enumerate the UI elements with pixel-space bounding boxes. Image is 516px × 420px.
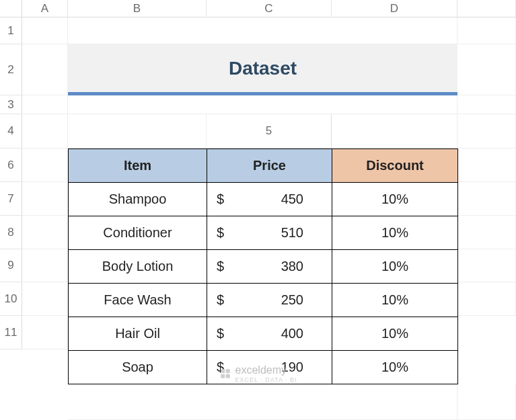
cell-rest-3 <box>457 95 516 114</box>
col-header-C[interactable]: C <box>207 0 332 17</box>
cell-price[interactable]: $510 <box>207 216 332 250</box>
amount: 190 <box>281 360 322 375</box>
row-header-10[interactable]: 10 <box>0 282 22 316</box>
currency: $ <box>217 360 224 375</box>
cell-item[interactable]: Hair Oil <box>69 317 207 351</box>
cell-rest-4 <box>68 114 207 149</box>
cell-B3-D3[interactable] <box>68 95 457 114</box>
cell-rest-7 <box>457 182 516 216</box>
cell-rest-9 <box>457 249 516 282</box>
table-row[interactable]: Shampoo $450 10% <box>69 183 458 216</box>
row-header-1[interactable]: 1 <box>0 17 22 44</box>
table-row[interactable]: Conditioner $510 10% <box>69 216 458 250</box>
cell-price[interactable]: $400 <box>207 317 332 351</box>
cell-B1-D1[interactable] <box>68 17 457 44</box>
amount: 380 <box>281 259 322 274</box>
row-header-6[interactable]: 6 <box>0 149 22 182</box>
col-header-B[interactable]: B <box>68 0 207 17</box>
cell-A7[interactable] <box>22 182 68 216</box>
cell-discount[interactable]: 10% <box>332 216 458 250</box>
cell-item[interactable]: Body Lotion <box>69 250 207 284</box>
cell-discount[interactable]: 10% <box>332 250 458 284</box>
cell-A11[interactable] <box>22 316 68 349</box>
cell-A6[interactable] <box>22 149 68 182</box>
cell-discount[interactable]: 10% <box>332 183 458 216</box>
header-discount[interactable]: Discount <box>332 149 458 183</box>
cell-rest-2 <box>457 44 516 95</box>
table-header-row: Item Price Discount <box>69 149 458 183</box>
cell-discount[interactable]: 10% <box>332 351 458 384</box>
currency: $ <box>217 192 224 207</box>
table-row[interactable]: Face Wash $250 10% <box>69 284 458 317</box>
cell-discount[interactable]: 10% <box>332 284 458 317</box>
row-header-3[interactable]: 3 <box>0 95 22 114</box>
cell-rest-8 <box>457 216 516 249</box>
row-header-5[interactable]: 5 <box>207 114 332 149</box>
cell-price[interactable]: $450 <box>207 183 332 216</box>
spreadsheet-grid[interactable]: A B C D 1 2 Dataset 3 4 Item Price Disco… <box>0 0 516 420</box>
cell-item[interactable]: Shampoo <box>69 183 207 216</box>
data-table[interactable]: Item Price Discount Shampoo $450 10% Con… <box>68 149 458 384</box>
row-header-8[interactable]: 8 <box>0 216 22 249</box>
amount: 450 <box>281 192 322 207</box>
cell-B11-D11[interactable] <box>68 383 457 420</box>
row-header-7[interactable]: 7 <box>0 182 22 216</box>
cell-rest-5 <box>457 114 516 149</box>
cell-item[interactable]: Conditioner <box>69 216 207 250</box>
dataset-title: Dataset <box>68 44 457 95</box>
data-table-region: Item Price Discount Shampoo $450 10% Con… <box>68 149 457 383</box>
select-all-corner[interactable] <box>0 0 22 17</box>
cell-rest-10 <box>457 282 516 316</box>
cell-A10[interactable] <box>22 282 68 316</box>
currency: $ <box>217 225 224 241</box>
table-row[interactable]: Soap $190 10% <box>69 351 458 384</box>
table-row[interactable]: Hair Oil $400 10% <box>69 317 458 351</box>
cell-A5[interactable] <box>332 114 457 149</box>
cell-price[interactable]: $250 <box>207 284 332 317</box>
cell-price[interactable]: $380 <box>207 250 332 284</box>
currency: $ <box>217 292 224 308</box>
cell-rest-1 <box>457 17 516 44</box>
cell-item[interactable]: Soap <box>69 351 207 384</box>
table-body: Shampoo $450 10% Conditioner $510 10% Bo… <box>69 183 458 384</box>
row-header-11[interactable]: 11 <box>0 316 22 349</box>
col-header-rest <box>457 0 516 17</box>
row-header-9[interactable]: 9 <box>0 249 22 282</box>
header-item[interactable]: Item <box>69 149 207 183</box>
currency: $ <box>217 326 224 341</box>
cell-A8[interactable] <box>22 216 68 249</box>
col-header-A[interactable]: A <box>22 0 68 17</box>
amount: 250 <box>281 292 322 308</box>
cell-discount[interactable]: 10% <box>332 317 458 351</box>
cell-A1[interactable] <box>22 17 68 44</box>
cell-A3[interactable] <box>22 95 68 114</box>
cell-A2[interactable] <box>22 44 68 95</box>
cell-rest-11 <box>457 383 516 420</box>
header-price[interactable]: Price <box>207 149 332 183</box>
row-header-4[interactable]: 4 <box>0 114 22 149</box>
cell-price[interactable]: $190 <box>207 351 332 384</box>
cell-rest-6 <box>457 149 516 182</box>
currency: $ <box>217 259 224 274</box>
cell-A4[interactable] <box>22 114 68 149</box>
amount: 400 <box>281 326 322 341</box>
col-header-D[interactable]: D <box>332 0 457 17</box>
table-row[interactable]: Body Lotion $380 10% <box>69 250 458 284</box>
amount: 510 <box>281 225 322 241</box>
row-header-2[interactable]: 2 <box>0 44 22 95</box>
cell-A9[interactable] <box>22 249 68 282</box>
dataset-title-wrap: Dataset <box>68 44 457 95</box>
cell-item[interactable]: Face Wash <box>69 284 207 317</box>
